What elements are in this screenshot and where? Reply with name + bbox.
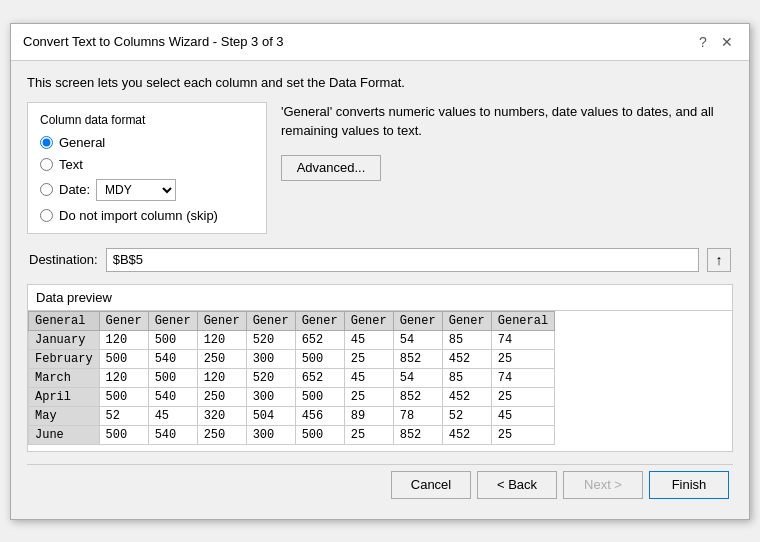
data-cell: 452 bbox=[442, 425, 491, 444]
data-cell: 120 bbox=[197, 330, 246, 349]
table-row: March12050012052065245548574 bbox=[29, 368, 555, 387]
column-data-format-title: Column data format bbox=[40, 113, 254, 127]
help-button[interactable]: ? bbox=[693, 32, 713, 52]
data-cell: 120 bbox=[99, 368, 148, 387]
data-cell: 852 bbox=[393, 387, 442, 406]
title-bar: Convert Text to Columns Wizard - Step 3 … bbox=[11, 24, 749, 61]
back-button[interactable]: < Back bbox=[477, 471, 557, 499]
row-header-cell: June bbox=[29, 425, 100, 444]
row-header-cell: February bbox=[29, 349, 100, 368]
destination-row: Destination: ↑ bbox=[27, 248, 733, 272]
data-cell: 852 bbox=[393, 425, 442, 444]
main-section: Column data format General Text Date: bbox=[27, 102, 733, 234]
cancel-button[interactable]: Cancel bbox=[391, 471, 471, 499]
data-cell: 120 bbox=[197, 368, 246, 387]
preview-header-3: Gener bbox=[197, 311, 246, 330]
data-cell: 74 bbox=[491, 368, 554, 387]
data-cell: 74 bbox=[491, 330, 554, 349]
data-cell: 78 bbox=[393, 406, 442, 425]
data-cell: 25 bbox=[344, 425, 393, 444]
preview-header-8: Gener bbox=[442, 311, 491, 330]
data-cell: 45 bbox=[148, 406, 197, 425]
table-row: June5005402503005002585245225 bbox=[29, 425, 555, 444]
data-cell: 52 bbox=[99, 406, 148, 425]
finish-button[interactable]: Finish bbox=[649, 471, 729, 499]
radio-date[interactable]: Date: MDY DMY YMD DYM MYD YDM bbox=[40, 179, 254, 201]
close-button[interactable]: ✕ bbox=[717, 32, 737, 52]
destination-input[interactable] bbox=[106, 248, 699, 272]
data-preview-title: Data preview bbox=[28, 285, 732, 311]
data-cell: 500 bbox=[148, 368, 197, 387]
preview-header-row: GeneralGenerGenerGenerGenerGenerGenerGen… bbox=[29, 311, 555, 330]
preview-header-5: Gener bbox=[295, 311, 344, 330]
data-cell: 250 bbox=[197, 425, 246, 444]
title-bar-right: ? ✕ bbox=[693, 32, 737, 52]
radio-date-label: Date: bbox=[59, 182, 90, 197]
preview-header-0: General bbox=[29, 311, 100, 330]
radio-skip-label: Do not import column (skip) bbox=[59, 208, 218, 223]
data-cell: 520 bbox=[246, 330, 295, 349]
data-cell: 25 bbox=[491, 349, 554, 368]
advanced-button[interactable]: Advanced... bbox=[281, 155, 381, 181]
data-cell: 54 bbox=[393, 368, 442, 387]
data-cell: 520 bbox=[246, 368, 295, 387]
row-header-cell: March bbox=[29, 368, 100, 387]
data-cell: 250 bbox=[197, 349, 246, 368]
data-cell: 540 bbox=[148, 387, 197, 406]
preview-table: GeneralGenerGenerGenerGenerGenerGenerGen… bbox=[28, 311, 555, 445]
radio-text-label: Text bbox=[59, 157, 83, 172]
preview-header-7: Gener bbox=[393, 311, 442, 330]
dialog-description: This screen lets you select each column … bbox=[27, 75, 733, 90]
radio-text-input[interactable] bbox=[40, 158, 53, 171]
destination-label: Destination: bbox=[29, 252, 98, 267]
preview-table-wrapper[interactable]: GeneralGenerGenerGenerGenerGenerGenerGen… bbox=[28, 311, 732, 451]
radio-text[interactable]: Text bbox=[40, 157, 254, 172]
data-cell: 45 bbox=[344, 368, 393, 387]
footer: Cancel < Back Next > Finish bbox=[27, 464, 733, 509]
radio-skip-input[interactable] bbox=[40, 209, 53, 222]
row-header-cell: January bbox=[29, 330, 100, 349]
data-cell: 52 bbox=[442, 406, 491, 425]
right-panel: 'General' converts numeric values to num… bbox=[281, 102, 733, 234]
data-cell: 25 bbox=[344, 349, 393, 368]
radio-general-input[interactable] bbox=[40, 136, 53, 149]
data-cell: 456 bbox=[295, 406, 344, 425]
data-cell: 500 bbox=[295, 349, 344, 368]
data-cell: 25 bbox=[491, 387, 554, 406]
radio-general-label: General bbox=[59, 135, 105, 150]
row-header-cell: April bbox=[29, 387, 100, 406]
title-bar-left: Convert Text to Columns Wizard - Step 3 … bbox=[23, 34, 284, 49]
table-row: May524532050445689785245 bbox=[29, 406, 555, 425]
data-cell: 300 bbox=[246, 387, 295, 406]
data-cell: 25 bbox=[491, 425, 554, 444]
data-cell: 500 bbox=[99, 425, 148, 444]
data-cell: 652 bbox=[295, 368, 344, 387]
radio-general[interactable]: General bbox=[40, 135, 254, 150]
data-cell: 300 bbox=[246, 425, 295, 444]
data-preview-section: Data preview GeneralGenerGenerGenerGener… bbox=[27, 284, 733, 452]
preview-header-4: Gener bbox=[246, 311, 295, 330]
data-cell: 85 bbox=[442, 368, 491, 387]
radio-skip[interactable]: Do not import column (skip) bbox=[40, 208, 254, 223]
preview-header-1: Gener bbox=[99, 311, 148, 330]
data-cell: 45 bbox=[344, 330, 393, 349]
date-format-select[interactable]: MDY DMY YMD DYM MYD YDM bbox=[96, 179, 176, 201]
table-row: April5005402503005002585245225 bbox=[29, 387, 555, 406]
data-cell: 652 bbox=[295, 330, 344, 349]
data-cell: 45 bbox=[491, 406, 554, 425]
data-cell: 500 bbox=[148, 330, 197, 349]
data-cell: 320 bbox=[197, 406, 246, 425]
next-button[interactable]: Next > bbox=[563, 471, 643, 499]
data-cell: 504 bbox=[246, 406, 295, 425]
preview-header-9: General bbox=[491, 311, 554, 330]
format-description: 'General' converts numeric values to num… bbox=[281, 102, 733, 141]
preview-header-6: Gener bbox=[344, 311, 393, 330]
data-cell: 452 bbox=[442, 387, 491, 406]
data-cell: 54 bbox=[393, 330, 442, 349]
data-cell: 540 bbox=[148, 425, 197, 444]
data-cell: 540 bbox=[148, 349, 197, 368]
data-cell: 852 bbox=[393, 349, 442, 368]
data-cell: 500 bbox=[99, 387, 148, 406]
destination-icon[interactable]: ↑ bbox=[707, 248, 731, 272]
radio-date-input[interactable] bbox=[40, 183, 53, 196]
